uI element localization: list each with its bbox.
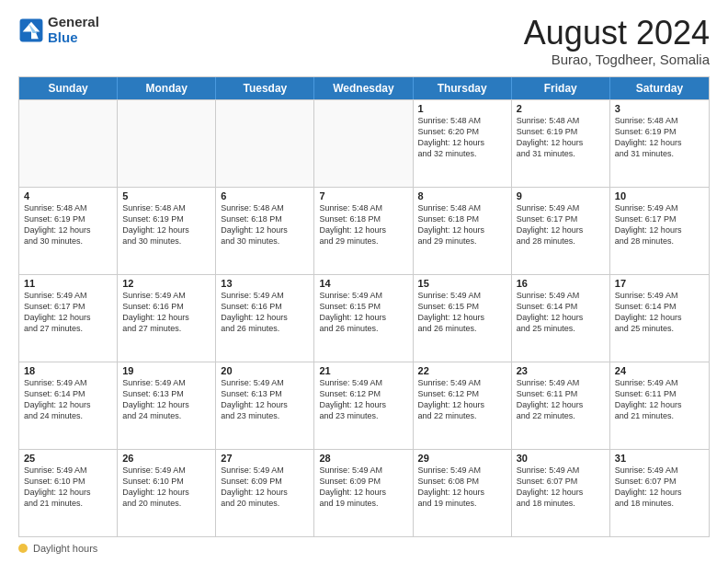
day-number: 10	[615, 190, 704, 201]
logo: General Blue	[18, 15, 99, 45]
cell-info: Sunrise: 5:49 AM Sunset: 6:13 PM Dayligh…	[221, 378, 288, 420]
day-number: 8	[418, 190, 506, 201]
cell-info: Sunrise: 5:49 AM Sunset: 6:17 PM Dayligh…	[517, 203, 584, 246]
title-month: August 2024	[524, 15, 710, 52]
cal-cell-8: 8Sunrise: 5:48 AM Sunset: 6:18 PM Daylig…	[414, 188, 512, 274]
cal-cell-1: 1Sunrise: 5:48 AM Sunset: 6:20 PM Daylig…	[414, 100, 512, 187]
page: General Blue August 2024 Burao, Togdheer…	[0, 0, 728, 563]
day-number: 25	[24, 453, 112, 464]
cell-info: Sunrise: 5:49 AM Sunset: 6:13 PM Dayligh…	[122, 378, 189, 420]
day-number: 3	[615, 103, 704, 114]
cell-info: Sunrise: 5:48 AM Sunset: 6:18 PM Dayligh…	[221, 203, 288, 246]
cell-info: Sunrise: 5:49 AM Sunset: 6:17 PM Dayligh…	[615, 203, 682, 246]
cal-cell-7: 7Sunrise: 5:48 AM Sunset: 6:18 PM Daylig…	[314, 188, 413, 274]
day-number: 14	[319, 278, 407, 289]
cell-info: Sunrise: 5:49 AM Sunset: 6:14 PM Dayligh…	[615, 291, 682, 333]
cell-info: Sunrise: 5:49 AM Sunset: 6:09 PM Dayligh…	[319, 465, 386, 508]
cal-cell-25: 25Sunrise: 5:49 AM Sunset: 6:10 PM Dayli…	[19, 450, 118, 536]
day-number: 18	[24, 365, 112, 376]
cal-cell-26: 26Sunrise: 5:49 AM Sunset: 6:10 PM Dayli…	[118, 450, 216, 536]
cal-cell-9: 9Sunrise: 5:49 AM Sunset: 6:17 PM Daylig…	[512, 188, 610, 274]
cell-info: Sunrise: 5:49 AM Sunset: 6:07 PM Dayligh…	[517, 465, 584, 508]
cal-cell-10: 10Sunrise: 5:49 AM Sunset: 6:17 PM Dayli…	[610, 188, 709, 274]
cell-info: Sunrise: 5:49 AM Sunset: 6:14 PM Dayligh…	[24, 378, 91, 420]
cal-cell-21: 21Sunrise: 5:49 AM Sunset: 6:12 PM Dayli…	[314, 362, 413, 449]
day-number: 15	[418, 278, 506, 289]
cal-cell-15: 15Sunrise: 5:49 AM Sunset: 6:15 PM Dayli…	[414, 275, 512, 362]
cal-cell-29: 29Sunrise: 5:49 AM Sunset: 6:08 PM Dayli…	[414, 450, 512, 536]
cell-info: Sunrise: 5:48 AM Sunset: 6:18 PM Dayligh…	[418, 203, 485, 246]
header-day-friday: Friday	[512, 77, 610, 99]
calendar-row-4: 25Sunrise: 5:49 AM Sunset: 6:10 PM Dayli…	[19, 449, 709, 536]
cal-cell-31: 31Sunrise: 5:49 AM Sunset: 6:07 PM Dayli…	[610, 450, 709, 536]
cell-info: Sunrise: 5:48 AM Sunset: 6:18 PM Dayligh…	[319, 203, 386, 246]
cell-info: Sunrise: 5:49 AM Sunset: 6:11 PM Dayligh…	[517, 378, 584, 420]
day-number: 16	[517, 278, 605, 289]
cal-cell-24: 24Sunrise: 5:49 AM Sunset: 6:11 PM Dayli…	[610, 362, 709, 449]
header-day-saturday: Saturday	[610, 77, 709, 99]
cal-cell-17: 17Sunrise: 5:49 AM Sunset: 6:14 PM Dayli…	[610, 275, 709, 362]
day-number: 19	[122, 365, 210, 376]
calendar-row-2: 11Sunrise: 5:49 AM Sunset: 6:17 PM Dayli…	[19, 274, 709, 362]
cell-info: Sunrise: 5:49 AM Sunset: 6:09 PM Dayligh…	[221, 465, 288, 508]
cal-cell-13: 13Sunrise: 5:49 AM Sunset: 6:16 PM Dayli…	[216, 275, 314, 362]
cal-cell-4: 4Sunrise: 5:48 AM Sunset: 6:19 PM Daylig…	[19, 188, 118, 274]
day-number: 11	[24, 278, 112, 289]
day-number: 7	[319, 190, 407, 201]
day-number: 28	[319, 453, 407, 464]
daylight-dot	[18, 544, 28, 553]
cal-cell-empty-0-3	[314, 100, 413, 187]
cal-cell-12: 12Sunrise: 5:49 AM Sunset: 6:16 PM Dayli…	[118, 275, 216, 362]
calendar-row-3: 18Sunrise: 5:49 AM Sunset: 6:14 PM Dayli…	[19, 362, 709, 449]
day-number: 13	[221, 278, 309, 289]
cal-cell-30: 30Sunrise: 5:49 AM Sunset: 6:07 PM Dayli…	[512, 450, 610, 536]
header-day-monday: Monday	[118, 77, 216, 99]
cell-info: Sunrise: 5:49 AM Sunset: 6:10 PM Dayligh…	[24, 465, 91, 508]
logo-blue-text: Blue	[48, 30, 99, 46]
day-number: 23	[517, 365, 605, 376]
cal-cell-20: 20Sunrise: 5:49 AM Sunset: 6:13 PM Dayli…	[216, 362, 314, 449]
day-number: 17	[615, 278, 704, 289]
title-block: August 2024 Burao, Togdheer, Somalia	[524, 15, 710, 67]
cal-cell-11: 11Sunrise: 5:49 AM Sunset: 6:17 PM Dayli…	[19, 275, 118, 362]
cal-cell-22: 22Sunrise: 5:49 AM Sunset: 6:12 PM Dayli…	[414, 362, 512, 449]
cell-info: Sunrise: 5:49 AM Sunset: 6:14 PM Dayligh…	[517, 291, 584, 333]
cal-cell-14: 14Sunrise: 5:49 AM Sunset: 6:15 PM Dayli…	[314, 275, 413, 362]
day-number: 21	[319, 365, 407, 376]
day-number: 26	[122, 453, 210, 464]
cell-info: Sunrise: 5:49 AM Sunset: 6:16 PM Dayligh…	[221, 291, 288, 333]
cell-info: Sunrise: 5:49 AM Sunset: 6:17 PM Dayligh…	[24, 291, 91, 333]
day-number: 20	[221, 365, 309, 376]
cal-cell-28: 28Sunrise: 5:49 AM Sunset: 6:09 PM Dayli…	[314, 450, 413, 536]
cell-info: Sunrise: 5:48 AM Sunset: 6:20 PM Dayligh…	[418, 116, 485, 158]
day-number: 1	[418, 103, 506, 114]
day-number: 31	[615, 453, 704, 464]
cal-cell-empty-0-0	[19, 100, 118, 187]
cal-cell-19: 19Sunrise: 5:49 AM Sunset: 6:13 PM Dayli…	[118, 362, 216, 449]
cell-info: Sunrise: 5:48 AM Sunset: 6:19 PM Dayligh…	[615, 116, 682, 158]
cell-info: Sunrise: 5:49 AM Sunset: 6:08 PM Dayligh…	[418, 465, 485, 508]
logo-general-text: General	[48, 15, 99, 30]
day-number: 29	[418, 453, 506, 464]
day-number: 5	[122, 190, 210, 201]
calendar-header: SundayMondayTuesdayWednesdayThursdayFrid…	[19, 77, 709, 99]
day-number: 9	[517, 190, 605, 201]
day-number: 12	[122, 278, 210, 289]
calendar: SundayMondayTuesdayWednesdayThursdayFrid…	[18, 76, 710, 537]
cell-info: Sunrise: 5:49 AM Sunset: 6:15 PM Dayligh…	[418, 291, 485, 333]
cell-info: Sunrise: 5:48 AM Sunset: 6:19 PM Dayligh…	[122, 203, 189, 246]
header: General Blue August 2024 Burao, Togdheer…	[18, 15, 710, 67]
calendar-body: 1Sunrise: 5:48 AM Sunset: 6:20 PM Daylig…	[19, 99, 709, 536]
cal-cell-3: 3Sunrise: 5:48 AM Sunset: 6:19 PM Daylig…	[610, 100, 709, 187]
cal-cell-empty-0-1	[118, 100, 216, 187]
day-number: 27	[221, 453, 309, 464]
header-day-tuesday: Tuesday	[216, 77, 314, 99]
day-number: 6	[221, 190, 309, 201]
cell-info: Sunrise: 5:49 AM Sunset: 6:16 PM Dayligh…	[122, 291, 189, 333]
cell-info: Sunrise: 5:49 AM Sunset: 6:10 PM Dayligh…	[122, 465, 189, 508]
cal-cell-27: 27Sunrise: 5:49 AM Sunset: 6:09 PM Dayli…	[216, 450, 314, 536]
cell-info: Sunrise: 5:48 AM Sunset: 6:19 PM Dayligh…	[517, 116, 584, 158]
title-location: Burao, Togdheer, Somalia	[524, 52, 710, 67]
cell-info: Sunrise: 5:48 AM Sunset: 6:19 PM Dayligh…	[24, 203, 91, 246]
cell-info: Sunrise: 5:49 AM Sunset: 6:15 PM Dayligh…	[319, 291, 386, 333]
